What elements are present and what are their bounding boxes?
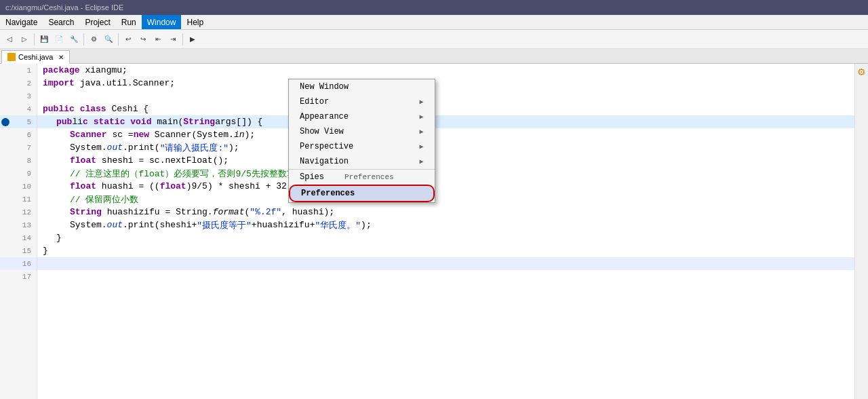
perspective-arrow: ▶ (420, 142, 424, 151)
title-bar: c:/xiangmu/Ceshi.java - Eclipse IDE (0, 0, 868, 15)
menu-project[interactable]: Project (79, 15, 115, 29)
menu-navigate[interactable]: Navigate (0, 15, 43, 29)
line-3: 3 (0, 90, 37, 102)
tab-bar: Ceshi.java ✕ (0, 49, 868, 64)
line-1: 1 (0, 64, 37, 77)
toolbar-btn-12[interactable]: ▶ (186, 33, 199, 46)
toolbar-btn-3[interactable]: 💾 (37, 33, 51, 46)
appearance-arrow: ▶ (420, 113, 424, 121)
menu-appearance[interactable]: Appearance ▶ (289, 109, 435, 124)
line-2: 2 (0, 77, 37, 90)
right-icon-1[interactable]: ⚙ (856, 66, 867, 77)
main-area: 1 2 3 4 5 6 7 8 9 10 11 12 13 14 15 16 1… (0, 64, 868, 399)
menu-help[interactable]: Help (181, 15, 209, 29)
menu-navigation[interactable]: Navigation ▶ (289, 154, 435, 169)
menu-search[interactable]: Search (43, 15, 79, 29)
code-editor[interactable]: package xiangmu; import java.util.Scanne… (37, 64, 854, 399)
menu-new-window[interactable]: New Window (289, 79, 435, 94)
preferences-sub-label: Preferences (344, 173, 394, 181)
code-line-14: } (37, 231, 854, 244)
code-line-13: System.out.print(sheshi+"摄氏度等于"+huashizi… (37, 218, 854, 231)
toolbar-btn-1[interactable]: ◁ (3, 33, 16, 46)
code-line-17 (37, 270, 854, 283)
code-line-6: Scanner sc = new Scanner(System.in); (37, 128, 854, 141)
code-line-7: System.out.print("请输入摄氏度:"); (37, 141, 854, 154)
line-12: 12 (0, 206, 37, 218)
line-13: 13 (0, 218, 37, 231)
menu-preferences[interactable]: Preferences (289, 185, 435, 202)
toolbar-btn-7[interactable]: 🔍 (102, 33, 115, 46)
line-14: 14 (0, 231, 37, 244)
code-line-15: } (37, 244, 854, 257)
toolbar-sep-2 (83, 33, 84, 45)
toolbar-btn-4[interactable]: 📄 (52, 33, 66, 46)
line-11: 11 (0, 193, 37, 206)
line-17: 17 (0, 270, 37, 283)
line-10: 10 (0, 180, 37, 193)
toolbar: ◁ ▷ 💾 📄 🔧 ⚙ 🔍 ↩ ↪ ⇤ ⇥ ▶ (0, 30, 868, 49)
editor-arrow: ▶ (420, 98, 424, 106)
navigation-arrow: ▶ (420, 157, 424, 166)
tab-label: Ceshi.java (18, 53, 53, 61)
line-6: 6 (0, 128, 37, 141)
menu-editor[interactable]: Editor ▶ (289, 94, 435, 109)
toolbar-sep-1 (34, 33, 35, 45)
toolbar-btn-5[interactable]: 🔧 (67, 33, 81, 46)
code-line-3 (37, 90, 854, 102)
tab-ceshi-java[interactable]: Ceshi.java ✕ (1, 50, 70, 64)
code-line-4: public class Ceshi { (37, 102, 854, 115)
code-line-10: float huashi = ((float)9/5) * sheshi + 3… (37, 180, 854, 193)
menu-perspective[interactable]: Perspective ▶ (289, 139, 435, 154)
line-7: 7 (0, 141, 37, 154)
menu-run[interactable]: Run (116, 15, 142, 29)
tab-java-icon (7, 53, 16, 61)
toolbar-btn-2[interactable]: ▷ (18, 33, 31, 46)
line-5: 5 (0, 115, 37, 128)
code-line-8: float sheshi = sc.nextFloat(); (37, 154, 854, 167)
menu-window[interactable]: Window (142, 15, 182, 29)
code-line-16 (37, 257, 854, 270)
code-line-5: public static void main(String args[]) { (37, 115, 854, 128)
breakpoint-marker (1, 118, 9, 126)
line-9: 9 (0, 167, 37, 180)
code-line-2: import java.util.Scanner; (37, 77, 854, 90)
line-8: 8 (0, 154, 37, 167)
code-line-1: package xiangmu; (37, 64, 854, 77)
line-4: 4 (0, 102, 37, 115)
toolbar-btn-6[interactable]: ⚙ (87, 33, 100, 46)
line-16: 16 (0, 257, 37, 270)
menu-spies[interactable]: Spies Preferences (289, 169, 435, 185)
toolbar-btn-11[interactable]: ⇥ (166, 33, 180, 46)
show-view-arrow: ▶ (420, 128, 424, 136)
code-line-9: // 注意这里的（float）必须要写，否则9/5先按整数算，会丢掉小数，导致计… (37, 167, 854, 180)
toolbar-btn-10[interactable]: ⇤ (151, 33, 165, 46)
menu-bar: Navigate Search Project Run Window Help (0, 15, 868, 30)
toolbar-sep-3 (118, 33, 119, 45)
toolbar-btn-9[interactable]: ↪ (136, 33, 150, 46)
code-line-11: // 保留两位小数 (37, 193, 854, 206)
toolbar-sep-4 (182, 33, 183, 45)
line-15: 15 (0, 244, 37, 257)
line-gutter: 1 2 3 4 5 6 7 8 9 10 11 12 13 14 15 16 1… (0, 64, 37, 399)
menu-show-view[interactable]: Show View ▶ (289, 124, 435, 139)
window-menu[interactable]: New Window Editor ▶ Appearance ▶ Show Vi… (288, 79, 435, 203)
tab-close-btn[interactable]: ✕ (58, 54, 64, 61)
right-icons: ⚙ (854, 64, 868, 399)
toolbar-btn-8[interactable]: ↩ (121, 33, 135, 46)
title-text: c:/xiangmu/Ceshi.java - Eclipse IDE (5, 3, 123, 12)
code-line-12: String huashizifu = String.format("%.2f"… (37, 206, 854, 218)
